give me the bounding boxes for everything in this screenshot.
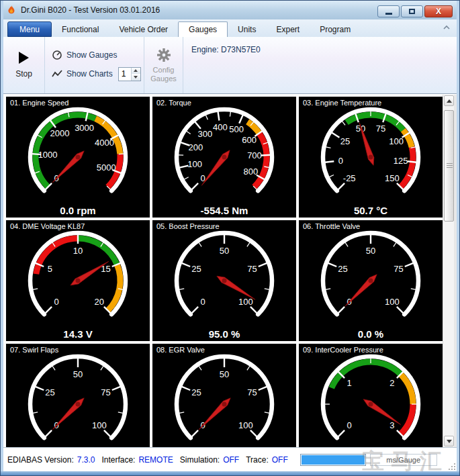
scroll-down-button[interactable] [444,436,454,446]
chart-line-icon [52,69,62,79]
svg-text:0: 0 [338,156,343,166]
svg-text:400: 400 [213,122,228,132]
scroll-up-button[interactable] [444,95,454,106]
show-gauges-button[interactable]: Show Gauges [52,50,144,60]
progress-bar [300,454,366,466]
tab-expert[interactable]: Expert [266,21,310,37]
charts-count-stepper[interactable] [118,67,141,81]
gauge-cell: 08. EGR Valve 0255075100 [152,344,296,447]
progress-fill [302,455,365,465]
svg-text:1000: 1000 [38,150,58,160]
svg-text:700: 700 [247,150,262,160]
gauge-value: -554.5 Nm [152,205,296,216]
gauge-cell: 02. Torque 0100200300400500600700800 -55… [152,97,296,218]
gauges-panel: 01. Engine Speed 010002000300040005000 0… [3,94,457,447]
svg-text:150: 150 [385,173,400,183]
svg-text:25: 25 [191,387,201,397]
interface-value: REMOTE [138,455,173,465]
rate-indicator: ms/Gauge [370,454,437,466]
minimize-icon [385,13,392,15]
tab-program[interactable]: Program [310,21,361,37]
svg-text:300: 300 [197,129,212,139]
gauge-title: 05. Boost Pressure [156,222,220,230]
gauge-dial: 0255075100 [152,230,296,326]
vertical-scrollbar[interactable] [443,95,454,447]
tab-functional[interactable]: Functional [52,21,109,37]
gauge-cell: 04. DME Voltage KL87 05101520 14.3 V [6,220,150,341]
config-gauges-button[interactable]: Config Gauges [144,37,183,93]
svg-text:3: 3 [389,420,394,430]
svg-text:50: 50 [73,369,83,379]
stepper-up-button[interactable] [132,68,140,75]
svg-text:75: 75 [376,124,385,134]
show-group: Show Gauges Show Charts [45,37,144,93]
charts-count-input[interactable] [119,68,131,81]
app-window: Dr.Gini B020 - Test Version 03.01.2016 X… [0,0,460,476]
simulation-value: OFF [223,455,239,465]
tab-gauges[interactable]: Gauges [178,21,228,37]
stop-button[interactable]: Stop [3,37,45,93]
gauge-dial: 0255075100 [152,353,296,447]
stepper-up-icon [134,69,138,72]
svg-text:75: 75 [247,387,257,397]
gauge-value: 0.0 rpm [6,205,150,216]
resize-grip[interactable] [448,463,456,471]
stepper-down-button[interactable] [132,74,140,81]
svg-text:75: 75 [247,264,257,274]
scrollbar-grip [447,163,453,169]
gauge-value: 14.3 V [6,328,150,340]
gauge-dial: 0255075100 [299,230,443,326]
gauge-title: 08. EGR Valve [156,346,205,354]
gauge-title: 03. Engine Temperature [303,99,381,107]
stop-label: Stop [15,69,32,79]
engine-label: Engine: D73N57E0 [191,45,457,54]
scroll-up-icon [447,99,452,103]
trace-label: Trace: [246,455,269,465]
play-icon [19,52,29,64]
trace-value: OFF [272,455,288,465]
collapse-ribbon-icon[interactable] [443,25,450,30]
engine-group: Engine: D73N57E0 [183,37,457,93]
restore-button[interactable] [401,5,423,17]
gauge-title: 06. Throttle Valve [303,222,360,230]
gear-icon [156,47,172,63]
scrollbar-thumb[interactable] [444,110,454,222]
svg-text:50: 50 [366,246,375,256]
close-button[interactable]: X [424,5,453,17]
tab-units[interactable]: Units [228,21,266,37]
restore-icon [409,9,415,14]
svg-text:3000: 3000 [75,123,94,133]
menu-button[interactable]: Menu [7,21,52,37]
tab-vehicle-order[interactable]: Vehicle Order [109,21,178,37]
show-charts-label[interactable]: Show Charts [66,69,113,79]
gauge-title: 07. Swirl Flaps [10,346,58,354]
svg-text:100: 100 [238,420,253,430]
interface-label: Interface: [101,455,135,465]
ediabas-version-value: 7.3.0 [77,455,95,465]
svg-text:50: 50 [220,246,229,256]
svg-text:125: 125 [394,156,408,166]
stepper-down-icon [134,76,138,79]
svg-text:25: 25 [338,264,347,274]
gauge-dial: 05101520 [6,230,150,326]
ribbon-toolbar: Stop Show Gauges Show Charts [3,37,457,94]
svg-text:25: 25 [191,264,201,274]
svg-text:100: 100 [238,297,253,307]
minimize-button[interactable] [377,5,400,17]
svg-text:75: 75 [394,264,403,274]
svg-text:25: 25 [45,387,54,397]
gauge-cell: 05. Boost Pressure 0255075100 95.0 % [152,220,296,341]
gauge-dial: 0123 [299,353,443,447]
show-gauges-label: Show Gauges [66,50,117,60]
svg-text:500: 500 [229,124,244,134]
svg-text:-25: -25 [343,173,356,183]
gauge-cell: 06. Throttle Valve 0255075100 0.0 % [299,220,443,341]
ediabas-version-label: EDIABAS Version: [7,455,74,465]
gauge-dial: 0100200300400500600700800 [152,106,296,203]
svg-text:5000: 5000 [97,162,116,173]
svg-text:4000: 4000 [95,138,114,148]
svg-text:2: 2 [389,378,394,388]
title-bar: Dr.Gini B020 - Test Version 03.01.2016 X [3,1,457,19]
gauge-title: 02. Torque [156,99,191,107]
gauge-value: 95.0 % [152,328,296,340]
